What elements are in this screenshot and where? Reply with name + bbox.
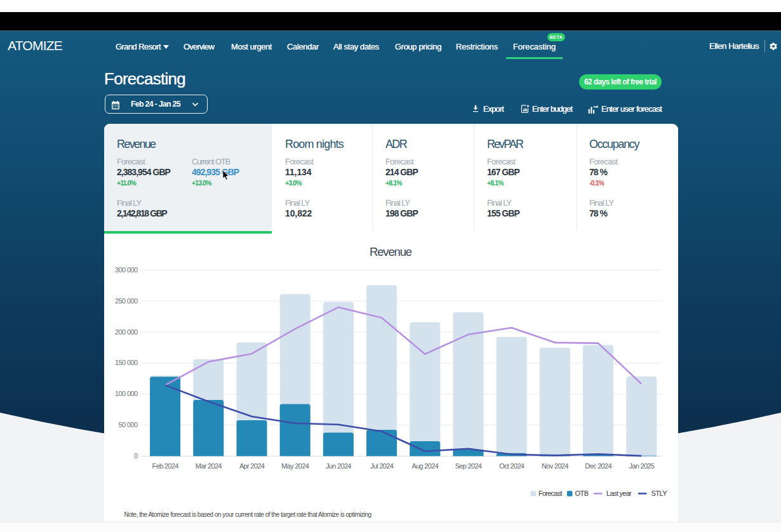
svg-text:0: 0: [133, 452, 137, 460]
svg-text:Forecast: Forecast: [538, 489, 562, 497]
svg-text:Dec 2024: Dec 2024: [585, 462, 611, 470]
svg-text:200 000: 200 000: [114, 328, 137, 336]
svg-text:Feb 2024: Feb 2024: [152, 462, 178, 470]
svg-text:Apr 2024: Apr 2024: [239, 462, 264, 470]
svg-text:Last year: Last year: [606, 489, 632, 497]
svg-text:Sep 2024: Sep 2024: [455, 462, 481, 470]
svg-text:May 2024: May 2024: [281, 462, 309, 470]
svg-text:Jul 2024: Jul 2024: [370, 462, 394, 470]
svg-text:300 000: 300 000: [114, 266, 137, 274]
svg-text:Oct 2024: Oct 2024: [499, 462, 524, 470]
svg-text:OTB: OTB: [575, 489, 588, 497]
svg-text:150 000: 150 000: [114, 359, 137, 366]
svg-text:Aug 2024: Aug 2024: [411, 462, 438, 470]
svg-text:100 000: 100 000: [114, 390, 137, 397]
svg-text:STLY: STLY: [651, 489, 667, 497]
svg-text:Revenue: Revenue: [369, 245, 411, 258]
svg-text:250 000: 250 000: [114, 297, 137, 305]
svg-text:Mar 2024: Mar 2024: [195, 462, 222, 470]
svg-text:Jun 2024: Jun 2024: [326, 462, 351, 470]
svg-text:Jan 2025: Jan 2025: [629, 462, 654, 470]
svg-text:Nov 2024: Nov 2024: [542, 462, 568, 470]
svg-text:50 000: 50 000: [118, 421, 138, 429]
svg-text:Note, the Atomize forecast is: Note, the Atomize forecast is based on y…: [124, 511, 371, 518]
